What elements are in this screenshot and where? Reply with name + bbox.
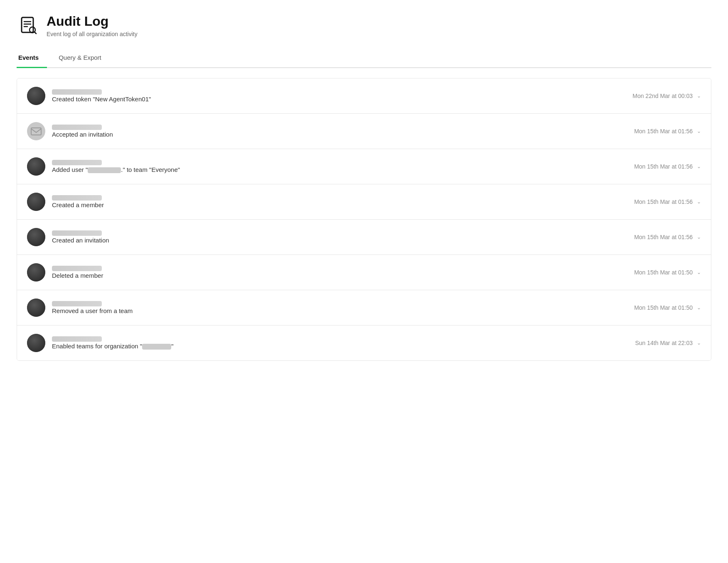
table-row: Created an invitation Mon 15th Mar at 01…	[17, 220, 711, 255]
event-timestamp: Mon 15th Mar at 01:56	[634, 128, 693, 135]
event-meta: Mon 15th Mar at 01:56 ⌄	[634, 128, 701, 135]
chevron-down-icon[interactable]: ⌄	[697, 199, 701, 205]
event-content: Created token "New AgentToken01"	[52, 89, 626, 103]
event-content: Removed a user from a team	[52, 301, 627, 314]
user-name-blurred	[52, 301, 102, 306]
event-description: Deleted a member	[52, 272, 627, 279]
avatar	[27, 193, 45, 211]
user-name-blurred	[52, 266, 102, 271]
chevron-down-icon[interactable]: ⌄	[697, 234, 701, 240]
blurred-username	[88, 167, 121, 173]
page-container: Audit Log Event log of all organization …	[0, 0, 728, 374]
chevron-down-icon[interactable]: ⌄	[697, 93, 701, 99]
event-description: Added user "." to team "Everyone"	[52, 166, 627, 173]
event-content: Deleted a member	[52, 266, 627, 279]
event-description: Removed a user from a team	[52, 307, 627, 314]
table-row: Removed a user from a team Mon 15th Mar …	[17, 290, 711, 326]
svg-line-5	[34, 32, 36, 34]
tab-query-export[interactable]: Query & Export	[57, 49, 110, 68]
event-description: Created token "New AgentToken01"	[52, 95, 626, 103]
avatar	[27, 122, 45, 140]
event-content: Accepted an invitation	[52, 125, 627, 138]
audit-log-icon	[17, 13, 40, 37]
event-meta: Mon 15th Mar at 01:56 ⌄	[634, 234, 701, 240]
event-description: Accepted an invitation	[52, 131, 627, 138]
chevron-down-icon[interactable]: ⌄	[697, 269, 701, 275]
page-subtitle: Event log of all organization activity	[47, 31, 138, 37]
event-description: Created a member	[52, 201, 627, 208]
svg-rect-6	[31, 128, 41, 135]
event-timestamp: Mon 15th Mar at 01:56	[634, 163, 693, 170]
table-row: Accepted an invitation Mon 15th Mar at 0…	[17, 114, 711, 149]
events-list: Created token "New AgentToken01" Mon 22n…	[17, 78, 711, 361]
avatar	[27, 157, 45, 176]
chevron-down-icon[interactable]: ⌄	[697, 340, 701, 346]
avatar	[27, 228, 45, 246]
chevron-down-icon[interactable]: ⌄	[697, 305, 701, 311]
event-timestamp: Mon 15th Mar at 01:50	[634, 269, 693, 276]
page-title: Audit Log	[47, 13, 138, 29]
avatar	[27, 263, 45, 282]
event-meta: Mon 15th Mar at 01:50 ⌄	[634, 304, 701, 311]
event-timestamp: Sun 14th Mar at 22:03	[635, 340, 693, 346]
user-name-blurred	[52, 230, 102, 236]
event-content: Created an invitation	[52, 230, 627, 244]
event-meta: Mon 15th Mar at 01:56 ⌄	[634, 198, 701, 205]
table-row: Created a member Mon 15th Mar at 01:56 ⌄	[17, 184, 711, 220]
event-content: Enabled teams for organization ""	[52, 336, 628, 350]
header-text: Audit Log Event log of all organization …	[47, 13, 138, 37]
event-timestamp: Mon 15th Mar at 01:50	[634, 304, 693, 311]
event-content: Created a member	[52, 195, 627, 208]
tab-events[interactable]: Events	[17, 49, 47, 68]
user-name-blurred	[52, 195, 102, 201]
avatar	[27, 87, 45, 105]
svg-rect-0	[22, 17, 33, 32]
table-row: Created token "New AgentToken01" Mon 22n…	[17, 78, 711, 114]
event-meta: Sun 14th Mar at 22:03 ⌄	[635, 340, 701, 346]
event-timestamp: Mon 22nd Mar at 00:03	[632, 93, 693, 99]
event-timestamp: Mon 15th Mar at 01:56	[634, 198, 693, 205]
avatar	[27, 334, 45, 352]
event-description: Enabled teams for organization ""	[52, 343, 628, 350]
event-meta: Mon 22nd Mar at 00:03 ⌄	[632, 93, 701, 99]
tabs-container: Events Query & Export	[17, 49, 711, 68]
chevron-down-icon[interactable]: ⌄	[697, 128, 701, 134]
table-row: Added user "." to team "Everyone" Mon 15…	[17, 149, 711, 184]
user-name-blurred	[52, 125, 102, 130]
event-timestamp: Mon 15th Mar at 01:56	[634, 234, 693, 240]
event-description: Created an invitation	[52, 237, 627, 244]
event-content: Added user "." to team "Everyone"	[52, 160, 627, 173]
user-name-blurred	[52, 89, 102, 95]
user-name-blurred	[52, 336, 102, 342]
event-meta: Mon 15th Mar at 01:56 ⌄	[634, 163, 701, 170]
user-name-blurred	[52, 160, 102, 165]
event-meta: Mon 15th Mar at 01:50 ⌄	[634, 269, 701, 276]
chevron-down-icon[interactable]: ⌄	[697, 164, 701, 169]
blurred-org-name	[142, 344, 171, 350]
table-row: Enabled teams for organization "" Sun 14…	[17, 326, 711, 360]
avatar	[27, 299, 45, 317]
table-row: Deleted a member Mon 15th Mar at 01:50 ⌄	[17, 255, 711, 290]
page-header: Audit Log Event log of all organization …	[17, 13, 711, 37]
